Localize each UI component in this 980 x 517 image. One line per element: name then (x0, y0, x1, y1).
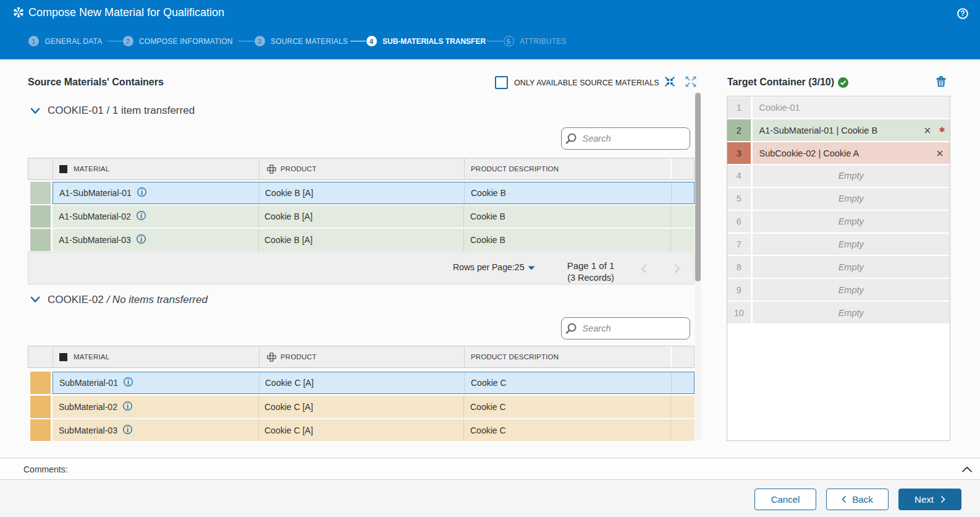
svg-text:?: ? (960, 9, 965, 18)
svg-text:i: i (140, 235, 142, 244)
svg-text:i: i (127, 378, 130, 387)
svg-text:i: i (140, 212, 142, 220)
svg-text:i: i (140, 188, 143, 197)
svg-text:i: i (127, 402, 129, 411)
svg-text:i: i (127, 425, 129, 434)
